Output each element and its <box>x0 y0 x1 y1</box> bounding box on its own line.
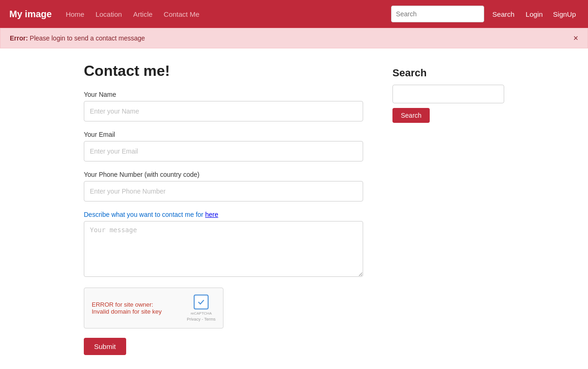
contact-form-section: Contact me! Your Name Your Email Your Ph… <box>84 62 365 355</box>
navbar-right: Search Login SignUp <box>391 6 579 22</box>
message-textarea[interactable] <box>84 221 363 277</box>
phone-field-group: Your Phone Number (with country code) <box>84 171 365 201</box>
error-message: Error: Please login to send a contact me… <box>10 34 145 42</box>
navbar-search-input[interactable] <box>391 6 484 22</box>
navbar-login-button[interactable]: Login <box>523 10 546 18</box>
brand-logo[interactable]: My image <box>9 9 52 20</box>
email-input[interactable] <box>84 141 363 161</box>
name-field-group: Your Name <box>84 91 365 121</box>
navbar-signup-button[interactable]: SignUp <box>550 10 579 18</box>
form-title: Contact me! <box>84 62 365 80</box>
error-banner: Error: Please login to send a contact me… <box>0 28 588 48</box>
nav-contact[interactable]: Contact Me <box>164 10 200 18</box>
nav-article[interactable]: Article <box>133 10 153 18</box>
recaptcha-privacy-link[interactable]: Privacy <box>187 317 201 322</box>
name-input[interactable] <box>84 101 363 121</box>
error-close-button[interactable]: × <box>573 34 578 42</box>
recaptcha-terms-link[interactable]: Terms <box>204 317 216 322</box>
email-label: Your Email <box>84 131 365 138</box>
message-field-group: Describe what you want to contact me for… <box>84 211 365 278</box>
here-link[interactable]: here <box>205 211 218 218</box>
recaptcha-error-text: ERROR for site owner: Invalid domain for… <box>92 301 162 315</box>
main-container: Contact me! Your Name Your Email Your Ph… <box>0 48 588 369</box>
nav-location[interactable]: Location <box>95 10 122 18</box>
name-label: Your Name <box>84 91 365 98</box>
navbar-links: Home Location Article Contact Me <box>66 10 391 18</box>
recaptcha-logo: reCAPTCHA Privacy - Terms <box>187 295 216 322</box>
describe-label: Describe what you want to contact me for… <box>84 211 365 218</box>
email-field-group: Your Email <box>84 131 365 161</box>
submit-button[interactable]: Submit <box>84 338 126 355</box>
sidebar-search-title: Search <box>392 67 504 79</box>
navbar-search-button[interactable]: Search <box>489 10 519 18</box>
recaptcha-widget: ERROR for site owner: Invalid domain for… <box>84 288 223 329</box>
phone-input[interactable] <box>84 181 363 201</box>
navbar: My image Home Location Article Contact M… <box>0 0 588 28</box>
nav-home[interactable]: Home <box>66 10 84 18</box>
sidebar: Search Search <box>392 62 504 355</box>
sidebar-search-input[interactable] <box>392 85 504 103</box>
phone-label: Your Phone Number (with country code) <box>84 171 365 178</box>
sidebar-search-button[interactable]: Search <box>392 108 430 123</box>
